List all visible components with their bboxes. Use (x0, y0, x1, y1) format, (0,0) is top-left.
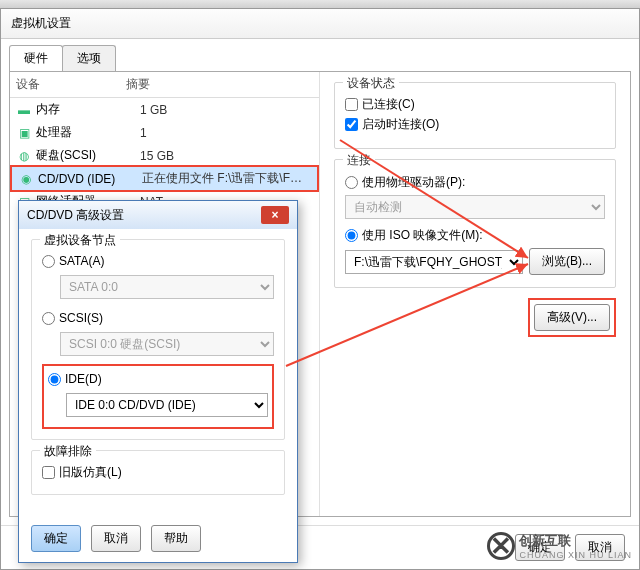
scsi-select[interactable]: SCSI 0:0 硬盘(SCSI) (60, 332, 274, 356)
cd-icon: ◉ (18, 171, 34, 187)
sata-radio[interactable]: SATA(A) (42, 254, 274, 268)
advanced-button[interactable]: 高级(V)... (534, 304, 610, 331)
list-item[interactable]: ▬ 内存 1 GB (10, 98, 319, 121)
watermark-logo: ✕ 创新互联 CHUANG XIN HU LIAN (487, 532, 632, 560)
col-summary: 摘要 (126, 76, 313, 93)
dialog-title: 虚拟机设置 (1, 9, 639, 39)
troubleshoot-group: 故障排除 旧版仿真(L) (31, 450, 285, 495)
logo-icon: ✕ (487, 532, 515, 560)
browse-button[interactable]: 浏览(B)... (529, 248, 605, 275)
list-item[interactable]: ◍ 硬盘(SCSI) 15 GB (10, 144, 319, 167)
connection-group: 连接 使用物理驱动器(P): 自动检测 使用 ISO 映像文件(M): F:\迅… (334, 159, 616, 288)
ide-select[interactable]: IDE 0:0 CD/DVD (IDE) (66, 393, 268, 417)
connected-checkbox[interactable]: 已连接(C) (345, 96, 605, 113)
connect-on-poweron-checkbox[interactable]: 启动时连接(O) (345, 116, 605, 133)
ide-radio[interactable]: IDE(D) (48, 372, 268, 386)
scsi-radio[interactable]: SCSI(S) (42, 311, 274, 325)
sub-ok-button[interactable]: 确定 (31, 525, 81, 552)
sata-select[interactable]: SATA 0:0 (60, 275, 274, 299)
iso-path-select[interactable]: F:\迅雷下载\FQHY_GHOST_ (345, 250, 523, 274)
disk-icon: ◍ (16, 148, 32, 164)
tab-hardware[interactable]: 硬件 (9, 45, 63, 71)
tabs: 硬件 选项 (9, 45, 639, 71)
memory-icon: ▬ (16, 102, 32, 118)
list-item-cddvd[interactable]: ◉ CD/DVD (IDE) 正在使用文件 F:\迅雷下载\FQHY... (10, 165, 319, 192)
close-icon[interactable]: × (261, 206, 289, 224)
sub-cancel-button[interactable]: 取消 (91, 525, 141, 552)
legacy-emulation-checkbox[interactable]: 旧版仿真(L) (42, 464, 274, 481)
use-iso-radio[interactable]: 使用 ISO 映像文件(M): (345, 227, 605, 244)
tab-options[interactable]: 选项 (62, 45, 116, 71)
virtual-device-node-group: 虚拟设备节点 SATA(A) SATA 0:0 SCSI(S) SCSI 0:0… (31, 239, 285, 440)
physical-drive-select[interactable]: 自动检测 (345, 195, 605, 219)
sub-help-button[interactable]: 帮助 (151, 525, 201, 552)
sub-dialog-title: CD/DVD 高级设置 (27, 207, 124, 224)
col-device: 设备 (16, 76, 126, 93)
list-item[interactable]: ▣ 处理器 1 (10, 121, 319, 144)
advanced-settings-dialog: CD/DVD 高级设置 × 虚拟设备节点 SATA(A) SATA 0:0 SC… (18, 200, 298, 563)
use-physical-radio[interactable]: 使用物理驱动器(P): (345, 174, 605, 191)
device-settings-panel: 设备状态 已连接(C) 启动时连接(O) 连接 使用物理驱动器(P): 自动检测… (320, 72, 630, 516)
cpu-icon: ▣ (16, 125, 32, 141)
device-status-group: 设备状态 已连接(C) 启动时连接(O) (334, 82, 616, 149)
